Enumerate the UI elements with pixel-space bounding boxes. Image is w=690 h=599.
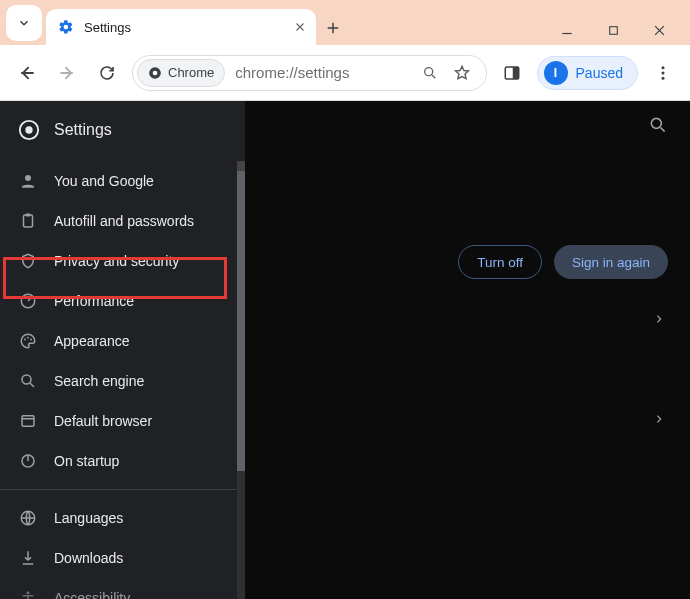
- scrollbar-up-arrow[interactable]: [237, 161, 245, 171]
- sidebar-header: Settings: [0, 101, 245, 161]
- settings-sidebar: Settings You and Google Autofill and pas…: [0, 101, 245, 599]
- close-icon: [652, 23, 667, 38]
- close-window-button[interactable]: [650, 21, 668, 39]
- svg-point-3: [424, 67, 432, 75]
- svg-rect-19: [22, 416, 34, 427]
- arrow-right-icon: [57, 63, 77, 83]
- magnifier-icon: [422, 65, 438, 81]
- settings-content: Settings You and Google Autofill and pas…: [0, 101, 690, 599]
- star-icon: [453, 64, 471, 82]
- side-panel-button[interactable]: [497, 58, 527, 88]
- nav-label: Performance: [54, 293, 134, 309]
- sidebar-item-default-browser[interactable]: Default browser: [0, 401, 245, 441]
- sidebar-item-downloads[interactable]: Downloads: [0, 538, 245, 578]
- nav-label: Languages: [54, 510, 123, 526]
- svg-rect-0: [609, 26, 617, 34]
- search-icon: [18, 372, 38, 390]
- svg-rect-12: [24, 215, 33, 227]
- power-icon: [18, 452, 38, 470]
- sidebar-item-search-engine[interactable]: Search engine: [0, 361, 245, 401]
- shield-icon: [18, 252, 38, 270]
- nav-label: Privacy and security: [54, 253, 179, 269]
- profile-chip[interactable]: I Paused: [537, 56, 638, 90]
- svg-point-11: [25, 175, 31, 181]
- sync-actions-row: Turn off Sign in again: [458, 245, 668, 279]
- nav-label: Accessibility: [54, 590, 130, 599]
- kebab-icon: [654, 64, 672, 82]
- sidebar-item-you-and-google[interactable]: You and Google: [0, 161, 245, 201]
- svg-point-6: [662, 66, 665, 69]
- kebab-menu-button[interactable]: [648, 58, 678, 88]
- nav-label: Downloads: [54, 550, 123, 566]
- svg-point-8: [662, 76, 665, 79]
- bookmark-button[interactable]: [448, 59, 476, 87]
- sidebar-item-languages[interactable]: Languages: [0, 498, 245, 538]
- nav-label: Autofill and passwords: [54, 213, 194, 229]
- svg-point-18: [22, 375, 31, 384]
- back-button[interactable]: [12, 58, 42, 88]
- minimize-button[interactable]: [558, 21, 576, 39]
- minimize-icon: [560, 23, 574, 37]
- svg-point-22: [27, 591, 30, 594]
- button-label: Sign in again: [572, 255, 650, 270]
- palette-icon: [18, 332, 38, 350]
- nav-label: On startup: [54, 453, 119, 469]
- forward-button[interactable]: [52, 58, 82, 88]
- chevron-right-icon: [654, 314, 664, 324]
- tab-title: Settings: [84, 20, 284, 35]
- sidebar-item-appearance[interactable]: Appearance: [0, 321, 245, 361]
- sidebar-item-privacy-security[interactable]: Privacy and security: [0, 241, 245, 281]
- zoom-button[interactable]: [416, 59, 444, 87]
- row-expand-chevron[interactable]: [654, 313, 664, 327]
- nav-label: Default browser: [54, 413, 152, 429]
- scrollbar-thumb[interactable]: [237, 171, 245, 471]
- side-panel-icon: [503, 64, 521, 82]
- clipboard-icon: [18, 212, 38, 230]
- tab-strip: Settings: [0, 0, 690, 45]
- toolbar: Chrome chrome://settings I Paused: [0, 45, 690, 101]
- button-label: Turn off: [477, 255, 523, 270]
- tab-close-button[interactable]: [294, 21, 306, 33]
- chrome-logo-icon: [18, 119, 40, 141]
- sidebar-item-accessibility[interactable]: Accessibility: [0, 578, 245, 599]
- sidebar-item-performance[interactable]: Performance: [0, 281, 245, 321]
- svg-point-15: [24, 339, 26, 341]
- svg-rect-5: [512, 67, 518, 79]
- nav-label: Search engine: [54, 373, 144, 389]
- row-expand-chevron[interactable]: [654, 413, 664, 427]
- settings-search-button[interactable]: [648, 115, 668, 139]
- reload-icon: [98, 64, 116, 82]
- browser-tab[interactable]: Settings: [46, 9, 316, 45]
- arrow-left-icon: [17, 63, 37, 83]
- maximize-button[interactable]: [604, 21, 622, 39]
- nav-label: You and Google: [54, 173, 154, 189]
- address-bar[interactable]: Chrome chrome://settings: [132, 55, 487, 91]
- maximize-icon: [607, 24, 620, 37]
- svg-point-2: [153, 70, 158, 75]
- download-icon: [18, 549, 38, 567]
- tab-search-button[interactable]: [6, 5, 42, 41]
- svg-point-16: [27, 337, 29, 339]
- plus-icon: [325, 20, 341, 36]
- svg-point-10: [25, 126, 32, 133]
- sign-in-again-button[interactable]: Sign in again: [554, 245, 668, 279]
- new-tab-button[interactable]: [316, 11, 350, 45]
- gear-icon: [58, 19, 74, 35]
- globe-icon: [18, 509, 38, 527]
- chevron-right-icon: [654, 414, 664, 424]
- sidebar-item-on-startup[interactable]: On startup: [0, 441, 245, 481]
- close-icon: [294, 21, 306, 33]
- svg-point-17: [30, 339, 32, 341]
- chrome-logo-icon: [148, 66, 162, 80]
- sidebar-scroll-area: You and Google Autofill and passwords Pr…: [0, 161, 245, 599]
- turn-off-button[interactable]: Turn off: [458, 245, 542, 279]
- url-text: chrome://settings: [229, 64, 411, 81]
- site-identity-chip[interactable]: Chrome: [137, 59, 225, 87]
- gauge-icon: [18, 292, 38, 310]
- window-controls: [558, 21, 684, 45]
- svg-point-23: [651, 118, 661, 128]
- site-identity-label: Chrome: [168, 65, 214, 80]
- sidebar-item-autofill[interactable]: Autofill and passwords: [0, 201, 245, 241]
- sidebar-separator: [0, 489, 245, 490]
- reload-button[interactable]: [92, 58, 122, 88]
